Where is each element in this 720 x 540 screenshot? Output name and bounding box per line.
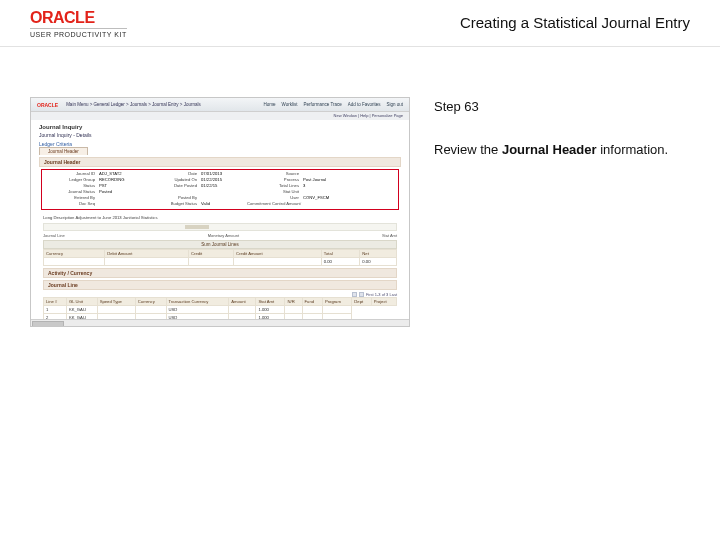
field-value: Valid: [201, 201, 246, 206]
line-col-header: Transaction Currency: [166, 298, 229, 306]
step-label: Step 63: [434, 97, 690, 118]
field-value: 01/22/2015: [201, 177, 246, 182]
sum-cell: [234, 258, 322, 266]
field-label: Date: [145, 171, 200, 176]
section-journal-line: Journal Line: [43, 280, 397, 290]
line-cell: USD: [166, 306, 229, 314]
field-value: [99, 195, 144, 200]
horizontal-scrollbar[interactable]: [31, 319, 409, 326]
upk-subtitle: USER PRODUCTIVITY KIT: [30, 28, 127, 38]
line-col-header: Fund: [302, 298, 322, 306]
line-cell: 1.000: [256, 306, 285, 314]
link-favorites[interactable]: Add to Favorites: [348, 102, 381, 107]
table-row: 1KK_GAUUSD1.000: [44, 306, 397, 314]
breadcrumb: Main Menu > General Ledger > Journals > …: [66, 102, 263, 107]
long-desc-value: Adjustment to June 2013 Janitorial Stati…: [75, 215, 157, 220]
chart-label-2: Monetary Amount: [208, 233, 239, 238]
link-perftrace[interactable]: Performance Trace: [303, 102, 341, 107]
line-cell: [322, 306, 351, 314]
doc-header: ORACLE USER PRODUCTIVITY KIT Creating a …: [0, 0, 720, 47]
long-desc-label: Long Description: [43, 215, 74, 220]
sum-cell: [189, 258, 234, 266]
line-cell: 1: [44, 306, 67, 314]
mini-chart: [43, 223, 397, 231]
download-icon[interactable]: [359, 292, 364, 297]
field-value: Posted: [99, 189, 144, 194]
field-label: Stat Unit: [247, 189, 302, 194]
line-col-header: Program: [322, 298, 351, 306]
logo-block: ORACLE USER PRODUCTIVITY KIT: [30, 10, 127, 38]
field-value: CONV_FSCM: [303, 195, 348, 200]
page-title: Journal Inquiry: [39, 124, 401, 130]
field-label: Date Posted: [145, 183, 200, 188]
field-label: Ledger Group: [43, 177, 98, 182]
field-value: [201, 195, 246, 200]
sum-cell: 0.00: [360, 258, 397, 266]
field-label: Source: [247, 171, 302, 176]
app-userline: New Window | Help | Personalize Page: [31, 112, 409, 120]
field-value: PST: [99, 183, 144, 188]
line-col-header: GL Unit: [66, 298, 97, 306]
field-label: Journal Status: [43, 189, 98, 194]
field-value: Post Journal: [303, 177, 348, 182]
line-cell: KK_GAU: [66, 306, 97, 314]
oracle-logo: ORACLE: [30, 10, 127, 26]
field-value: [303, 201, 348, 206]
app-window: ORACLE Main Menu > General Ledger > Jour…: [30, 97, 410, 327]
line-col-header: Amount: [229, 298, 256, 306]
sum-col-header: Debit Amount: [105, 250, 189, 258]
tab-journal-header[interactable]: Journal Header: [39, 147, 88, 155]
app-body: Journal Inquiry Journal Inquiry - Detail…: [31, 120, 409, 327]
field-label: Status: [43, 183, 98, 188]
line-col-header: Dept: [352, 298, 371, 306]
line-cell: [97, 306, 135, 314]
field-label: Entered By: [43, 195, 98, 200]
sum-col-header: Credit Amount: [234, 250, 322, 258]
line-col-header: N/R: [285, 298, 302, 306]
sum-col-header: Currency: [44, 250, 105, 258]
line-cell: [285, 306, 302, 314]
link-signout[interactable]: Sign out: [386, 102, 403, 107]
instruction-text: Review the Journal Header information.: [434, 140, 690, 161]
sum-cell: 0.00: [321, 258, 360, 266]
link-home[interactable]: Home: [264, 102, 276, 107]
section-activity-currency: Activity / Currency: [43, 268, 397, 278]
link-worklist[interactable]: Worklist: [282, 102, 298, 107]
chart-labels: Journal Line Monetary Amount Stat Amt: [39, 233, 401, 238]
sum-col-header: Credit: [189, 250, 234, 258]
line-col-header: Currency: [135, 298, 166, 306]
sum-col-header: Net: [360, 250, 397, 258]
field-value: 3: [303, 183, 348, 188]
field-value: ADJ_STAT2: [99, 171, 144, 176]
line-col-header: Stat Amt: [256, 298, 285, 306]
field-label: User: [247, 195, 302, 200]
doc-title: Creating a Statistical Journal Entry: [460, 10, 690, 31]
field-label: Commitment Control Amount Type: [247, 201, 302, 206]
grid-icon[interactable]: [352, 292, 357, 297]
field-value: 07/01/2013: [201, 171, 246, 176]
field-label: [145, 189, 200, 194]
sum-col-header: Total: [321, 250, 360, 258]
field-label: Posted By: [145, 195, 200, 200]
journal-header-grid: Journal IDADJ_STAT2Date07/01/2013SourceL…: [39, 169, 401, 210]
sum-journal-lines-title: Sum Journal Lines: [43, 240, 397, 249]
instruction-pre: Review the: [434, 142, 502, 157]
field-label: Process: [247, 177, 302, 182]
instruction-column: Step 63 Review the Journal Header inform…: [434, 97, 690, 327]
line-cell: [135, 306, 166, 314]
field-value: [303, 189, 348, 194]
line-col-header: Line #: [44, 298, 67, 306]
field-label: Budget Status: [145, 201, 200, 206]
sum-cell: [105, 258, 189, 266]
field-value: 01/22/15: [201, 183, 246, 188]
field-value: RECORDING: [99, 177, 144, 182]
paging-text: First 1-3 of 3 Last: [366, 292, 397, 297]
chart-label-1: Journal Line: [43, 233, 65, 238]
content-row: ORACLE Main Menu > General Ledger > Jour…: [0, 47, 720, 347]
instruction-post: information.: [597, 142, 669, 157]
long-description: Long Description Adjustment to June 2013…: [39, 214, 401, 221]
line-col-header: Project: [371, 298, 396, 306]
field-label: Updated On: [145, 177, 200, 182]
chart-label-3: Stat Amt: [382, 233, 397, 238]
sum-journal-lines-table: CurrencyDebit AmountCreditCredit AmountT…: [43, 249, 397, 266]
